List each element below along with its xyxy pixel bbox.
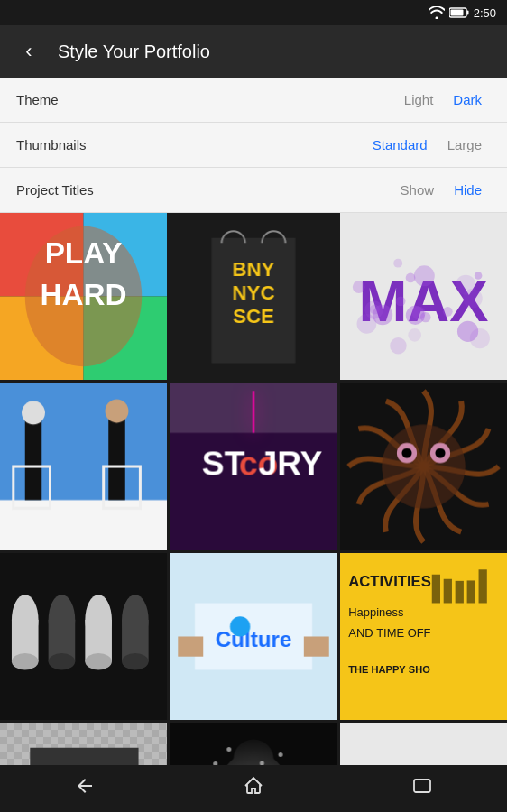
settings-options-1: StandardLarge [364, 134, 491, 156]
settings-options-2: ShowHide [392, 179, 491, 201]
grid-item-2[interactable] [170, 213, 336, 380]
nav-recent-button[interactable] [411, 775, 433, 802]
grid-item-4[interactable] [0, 383, 167, 549]
status-icons: 2:50 [429, 6, 496, 20]
grid-item-5[interactable] [170, 383, 336, 549]
nav-back-button[interactable] [74, 775, 96, 802]
settings-label-2: Project Titles [16, 182, 94, 198]
option-show[interactable]: Show [392, 179, 444, 201]
grid-image-2 [170, 213, 336, 380]
grid-item-3[interactable] [340, 213, 507, 380]
option-standard[interactable]: Standard [364, 134, 437, 156]
grid-image-3 [340, 213, 507, 380]
option-light[interactable]: Light [395, 88, 443, 111]
option-dark[interactable]: Dark [444, 88, 491, 111]
nav-bar [0, 765, 507, 812]
settings-section: ThemeLightDarkThumbnailsStandardLargePro… [0, 78, 507, 213]
grid-item-7[interactable] [0, 553, 167, 720]
grid-item-8[interactable] [170, 553, 336, 720]
nav-home-button[interactable] [243, 775, 264, 802]
status-time: 2:50 [474, 6, 496, 20]
grid-image-7 [0, 553, 167, 720]
grid-image-4 [0, 383, 167, 549]
svg-rect-1 [466, 11, 468, 15]
grid-image-9 [340, 553, 507, 720]
portfolio-grid [0, 213, 507, 812]
grid-image-6 [340, 383, 507, 549]
settings-row-2: Project TitlesShowHide [0, 168, 507, 213]
settings-row-1: ThumbnailsStandardLarge [0, 123, 507, 168]
grid-item-6[interactable] [340, 383, 507, 549]
settings-label-1: Thumbnails [16, 137, 87, 152]
settings-row-0: ThemeLightDark [0, 78, 507, 123]
battery-icon [449, 7, 469, 18]
svg-rect-3 [414, 780, 430, 792]
header: ‹ Style Your Portfolio [0, 25, 507, 78]
option-large[interactable]: Large [438, 134, 491, 156]
wifi-icon [429, 6, 445, 19]
settings-options-0: LightDark [395, 88, 491, 111]
grid-image-5 [170, 383, 336, 549]
status-bar: 2:50 [0, 0, 507, 25]
settings-label-0: Theme [16, 92, 59, 107]
grid-image-1 [0, 213, 167, 380]
back-button[interactable]: ‹ [14, 40, 43, 63]
option-hide[interactable]: Hide [445, 179, 491, 201]
grid-item-9[interactable] [340, 553, 507, 720]
grid-item-1[interactable] [0, 213, 167, 380]
page-title: Style Your Portfolio [58, 42, 210, 62]
svg-rect-2 [450, 10, 463, 16]
grid-image-8 [170, 553, 336, 720]
